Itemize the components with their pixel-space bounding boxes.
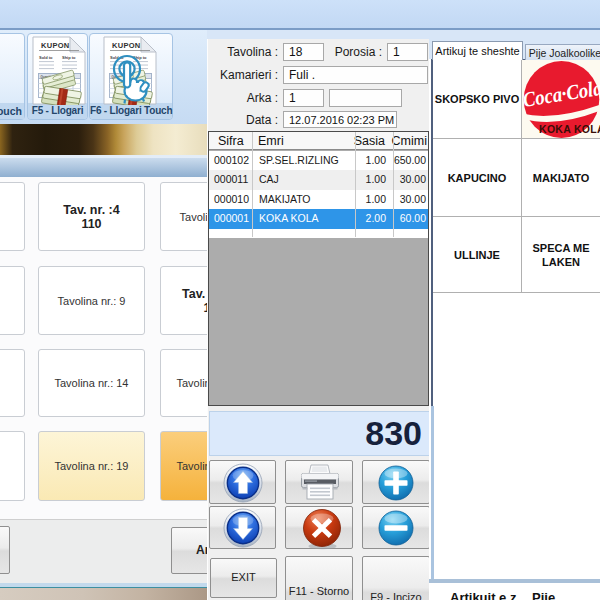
svg-text:KOKA KOLA: KOKA KOLA (539, 123, 600, 135)
svg-text:KUPON: KUPON (41, 41, 70, 50)
svg-text:KUPON: KUPON (112, 41, 141, 50)
svg-text:Ship to: Ship to (62, 55, 76, 60)
svg-text:Sold to: Sold to (39, 55, 53, 60)
